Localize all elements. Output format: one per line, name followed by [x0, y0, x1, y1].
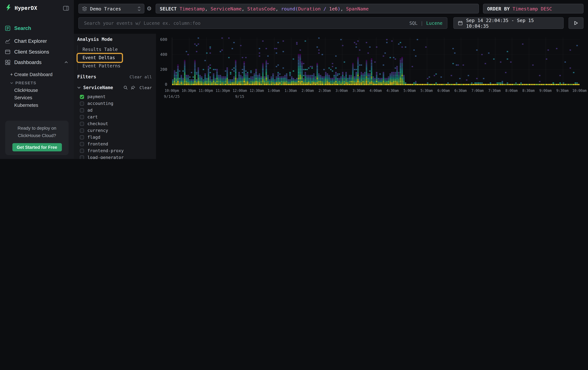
- search-input[interactable]: [83, 20, 406, 26]
- facet-option-flagd[interactable]: flagd: [77, 134, 152, 140]
- x-date-label: 9/15: [235, 94, 244, 99]
- x-tick-label: 10:00pm: [165, 89, 179, 93]
- facet-option-label: flagd: [87, 134, 100, 140]
- facet-option-label: frontend-proxy: [87, 148, 124, 153]
- sidebar-item-label: Client Sessions: [14, 49, 49, 55]
- sql-token: /: [321, 6, 329, 11]
- play-icon: [574, 20, 578, 25]
- pin-icon[interactable]: [131, 85, 136, 90]
- facet-option-frontend-proxy[interactable]: frontend-proxy: [77, 147, 152, 154]
- sql-token: ,: [275, 6, 281, 11]
- preset-item-kubernetes[interactable]: Kubernetes: [14, 103, 38, 108]
- get-started-button[interactable]: Get Started for Free: [12, 143, 62, 151]
- filters-title: Filters: [77, 74, 96, 80]
- time-range-picker[interactable]: Sep 14 22:04:35 - Sep 15 10:04:35: [453, 17, 564, 29]
- facet-group-actions: Clear: [123, 85, 152, 90]
- create-dashboard-button[interactable]: + Create Dashboard: [10, 72, 52, 77]
- checkbox[interactable]: [80, 115, 84, 119]
- facet-option-payment[interactable]: payment: [77, 93, 152, 100]
- analysis-option-results-table[interactable]: Results Table: [78, 46, 125, 54]
- x-tick-label: 2:30am: [318, 89, 331, 93]
- dashboards-icon: [5, 59, 10, 65]
- facet-option-checkout[interactable]: checkout: [77, 120, 152, 127]
- checkbox[interactable]: [80, 128, 84, 132]
- sql-token: ): [338, 6, 341, 11]
- analysis-option-event-patterns[interactable]: Event Patterns: [78, 62, 127, 70]
- facet-option-label: frontend: [87, 141, 108, 147]
- sidebar-collapse-icon[interactable]: [63, 6, 69, 11]
- layers-icon: [82, 6, 87, 11]
- checkbox[interactable]: [80, 101, 84, 106]
- facet-option-cart[interactable]: cart: [77, 114, 152, 120]
- sql-token: StatusCode: [247, 6, 275, 11]
- x-tick-label: 12:30am: [250, 89, 264, 93]
- facet-option-ad[interactable]: ad: [77, 107, 152, 114]
- x-tick-label: 6:00am: [437, 89, 450, 93]
- sql-language-toggle[interactable]: SQL: [410, 20, 418, 26]
- sql-token: round: [281, 6, 295, 11]
- promo-text: ClickHouse Cloud?: [18, 132, 56, 139]
- chevron-down-icon[interactable]: [77, 87, 81, 89]
- gear-icon[interactable]: ⚙: [147, 5, 152, 12]
- run-query-button[interactable]: [568, 17, 584, 29]
- facet-groups: ServiceNameClearpaymentaccountingadcartc…: [77, 84, 152, 159]
- sidebar-item-search[interactable]: Search: [0, 23, 74, 33]
- presets-section-header[interactable]: PRESETS: [10, 80, 36, 85]
- facet-option-list: paymentaccountingadcartcheckoutcurrencyf…: [77, 93, 152, 159]
- search-nav-icon: [5, 25, 10, 31]
- facet-option-frontend[interactable]: frontend: [77, 140, 152, 147]
- x-tick-label: 10:30pm: [182, 89, 196, 93]
- checkbox[interactable]: [80, 149, 84, 153]
- clickhouse-cloud-promo: Ready to deploy on ClickHouse Cloud? Get…: [5, 121, 69, 155]
- sidebar-item-label: Search: [14, 25, 31, 31]
- checkbox-checked[interactable]: [80, 95, 84, 99]
- chevron-up-icon[interactable]: [64, 61, 68, 63]
- checkbox[interactable]: [80, 142, 84, 146]
- sql-token: Duration: [298, 6, 321, 11]
- x-tick-label: 1:00am: [268, 89, 280, 93]
- x-tick-label: 7:00am: [472, 89, 484, 93]
- preset-item-services[interactable]: Services: [14, 95, 32, 100]
- checkbox[interactable]: [80, 155, 84, 159]
- facet-option-label: load-generator: [87, 155, 124, 159]
- x-tick-label: 5:30am: [420, 89, 433, 93]
- sidebar-item-chart-explorer[interactable]: Chart Explorer: [0, 36, 74, 46]
- sql-token: ,: [340, 6, 346, 11]
- y-tick-label: 400: [156, 52, 167, 57]
- duration-heatmap-canvas[interactable]: [172, 38, 580, 85]
- sidebar-item-dashboards[interactable]: Dashboards: [0, 57, 74, 67]
- x-tick-label: 1:30am: [284, 89, 297, 93]
- app-logo[interactable]: HyperDX: [5, 4, 37, 11]
- facet-option-label: currency: [87, 128, 108, 133]
- language-toggle-divider: |: [420, 20, 423, 26]
- facet-clear-button[interactable]: Clear: [139, 85, 152, 90]
- facet-option-label: accounting: [87, 101, 113, 106]
- search-icon[interactable]: [123, 85, 128, 90]
- checkbox[interactable]: [80, 108, 84, 112]
- sql-token: ServiceName: [210, 6, 242, 11]
- order-by-input[interactable]: ORDER BY Timestamp DESC: [483, 4, 584, 13]
- facet-option-currency[interactable]: currency: [77, 127, 152, 134]
- facet-option-accounting[interactable]: accounting: [77, 100, 152, 107]
- analysis-option-event-deltas-annotated[interactable]: Event Deltas: [78, 54, 122, 62]
- checkbox[interactable]: [80, 122, 84, 126]
- topbar: Demo Traces ⚙ SELECT Timestamp, ServiceN…: [74, 0, 588, 34]
- clear-all-filters-button[interactable]: Clear all: [129, 74, 152, 79]
- chevron-down-icon: [10, 82, 13, 84]
- sidebar-item-client-sessions[interactable]: Client Sessions: [0, 47, 74, 57]
- x-date-label: 9/14/25: [164, 94, 180, 99]
- sql-token: ,: [205, 6, 210, 11]
- select-chevrons-icon: [138, 6, 141, 11]
- facet-option-label: cart: [87, 114, 98, 120]
- sql-select-input[interactable]: SELECT Timestamp, ServiceName, StatusCod…: [156, 4, 479, 13]
- preset-item-clickhouse[interactable]: ClickHouse: [14, 88, 38, 93]
- checkbox[interactable]: [80, 135, 84, 139]
- x-tick-label: 9:00am: [539, 89, 552, 93]
- source-selector[interactable]: Demo Traces: [78, 4, 144, 13]
- lucene-language-toggle[interactable]: Lucene: [426, 20, 442, 26]
- facet-option-load-generator[interactable]: load-generator: [77, 154, 152, 159]
- client-sessions-icon: [5, 49, 10, 55]
- x-tick-label: 8:30am: [522, 89, 535, 93]
- hyperdx-logo-icon: [5, 4, 12, 11]
- sidebar: HyperDX Search Chart Explorer Client Ses…: [0, 0, 74, 159]
